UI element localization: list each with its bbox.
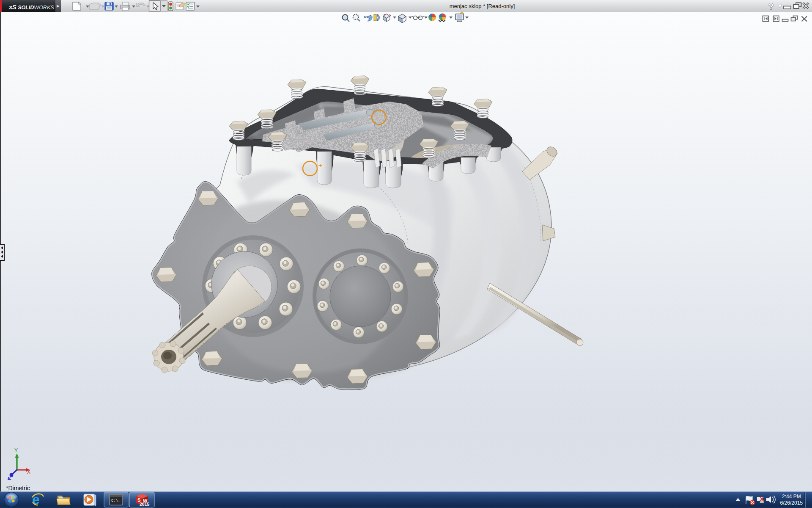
svg-text:X: X: [27, 469, 30, 475]
svg-text:?: ?: [768, 2, 774, 11]
svg-text:Y: Y: [14, 447, 18, 453]
